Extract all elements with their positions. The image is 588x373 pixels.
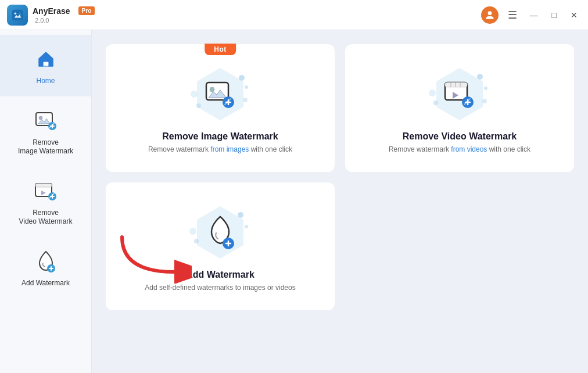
- remove-image-watermark-icon: [32, 107, 60, 135]
- close-button[interactable]: ✕: [567, 8, 581, 22]
- svg-point-36: [194, 239, 199, 243]
- svg-rect-28: [450, 83, 451, 87]
- svg-point-35: [245, 225, 248, 228]
- remove-image-card-desc: Remove watermark from images with one cl…: [148, 145, 292, 153]
- add-watermark-card-icon: [188, 203, 252, 261]
- svg-point-16: [243, 98, 248, 102]
- sidebar: Home RemoveImage Watermark: [0, 30, 92, 373]
- sidebar-item-add-watermark[interactable]: Add Watermark: [0, 237, 91, 299]
- card-add-watermark[interactable]: Add Watermark Add self-defined watermark…: [106, 182, 335, 310]
- sidebar-item-home[interactable]: Home: [0, 35, 91, 96]
- add-watermark-icon: [32, 248, 60, 275]
- svg-point-15: [191, 91, 198, 98]
- app-version: 2.0.0: [35, 17, 95, 24]
- svg-point-21: [477, 74, 483, 80]
- titlebar: AnyErase Pro 2.0.0 ☰ — □ ✕: [0, 0, 588, 30]
- pro-badge: Pro: [78, 6, 95, 15]
- window-controls: ☰ — □ ✕: [481, 6, 581, 24]
- remove-video-card-desc: Remove watermark from videos with one cl…: [389, 145, 530, 153]
- add-watermark-card-title: Add Watermark: [186, 270, 254, 280]
- sidebar-remove-image-label: RemoveImage Watermark: [18, 138, 73, 156]
- svg-point-25: [482, 99, 487, 103]
- remove-image-card-icon: [188, 65, 252, 123]
- arrow-icon: [116, 231, 192, 284]
- hamburger-menu-icon[interactable]: ☰: [505, 6, 519, 24]
- remove-video-card-title: Remove Video Watermark: [403, 131, 517, 142]
- svg-rect-0: [12, 9, 23, 20]
- svg-point-24: [429, 89, 436, 96]
- svg-point-18: [210, 87, 214, 92]
- svg-point-1: [15, 12, 17, 15]
- app-name: AnyErase: [33, 6, 70, 16]
- hot-badge: Hot: [205, 44, 236, 55]
- sidebar-home-label: Home: [36, 77, 55, 86]
- sidebar-item-remove-image[interactable]: RemoveImage Watermark: [0, 96, 91, 167]
- svg-rect-29: [455, 83, 456, 87]
- main-layout: Home RemoveImage Watermark: [0, 30, 588, 373]
- minimize-button[interactable]: —: [526, 8, 542, 22]
- user-avatar[interactable]: [481, 6, 499, 24]
- card-remove-video[interactable]: Remove Video Watermark Remove watermark …: [345, 44, 574, 172]
- svg-point-34: [238, 212, 243, 218]
- svg-rect-3: [43, 62, 49, 66]
- remove-video-watermark-icon: [32, 177, 60, 205]
- home-icon: [32, 45, 60, 73]
- svg-point-23: [433, 101, 438, 105]
- svg-point-13: [245, 85, 248, 89]
- svg-point-2: [487, 11, 492, 15]
- svg-point-14: [196, 103, 201, 108]
- content-area: Hot: [92, 30, 588, 373]
- sidebar-item-remove-video[interactable]: RemoveVideo Watermark: [0, 167, 91, 237]
- svg-rect-30: [460, 83, 461, 87]
- svg-point-5: [39, 116, 42, 120]
- svg-rect-8: [35, 184, 52, 187]
- sidebar-remove-video-label: RemoveVideo Watermark: [19, 209, 72, 227]
- add-watermark-card-desc: Add self-defined watermarks to images or…: [145, 284, 295, 292]
- remove-video-card-icon: [428, 65, 492, 123]
- maximize-button[interactable]: □: [548, 8, 560, 22]
- remove-image-card-title: Remove Image Watermark: [162, 131, 278, 142]
- card-remove-image[interactable]: Hot: [106, 44, 335, 172]
- app-logo: [7, 5, 28, 26]
- svg-point-12: [239, 75, 245, 81]
- sidebar-add-watermark-label: Add Watermark: [21, 279, 70, 288]
- svg-point-22: [484, 87, 487, 90]
